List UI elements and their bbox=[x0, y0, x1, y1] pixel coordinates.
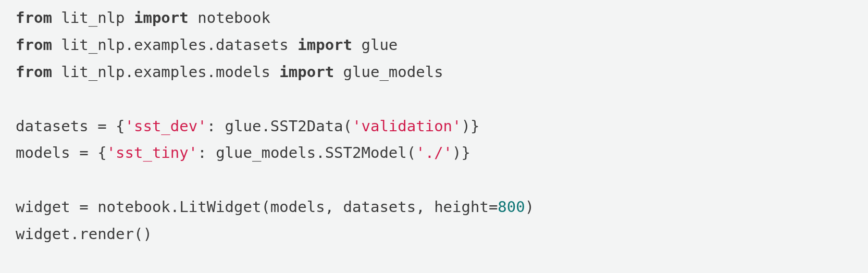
code-token-str: 'sst_dev' bbox=[125, 117, 207, 135]
code-token-str: 'sst_tiny' bbox=[107, 144, 198, 162]
code-token-kw: import bbox=[279, 63, 334, 81]
code-token-kw: import bbox=[297, 36, 352, 54]
code-token-kw: from bbox=[16, 36, 52, 54]
code-block: from lit_nlp import notebook from lit_nl… bbox=[0, 0, 868, 254]
code-token-kw: from bbox=[16, 9, 52, 27]
code-token-str: 'validation' bbox=[352, 117, 462, 135]
code-token-kw: from bbox=[16, 63, 52, 81]
code-token-str: './' bbox=[416, 144, 452, 162]
code-token-num: 800 bbox=[498, 198, 525, 216]
code-content: from lit_nlp import notebook from lit_nl… bbox=[16, 9, 534, 243]
code-token-kw: import bbox=[134, 9, 189, 27]
